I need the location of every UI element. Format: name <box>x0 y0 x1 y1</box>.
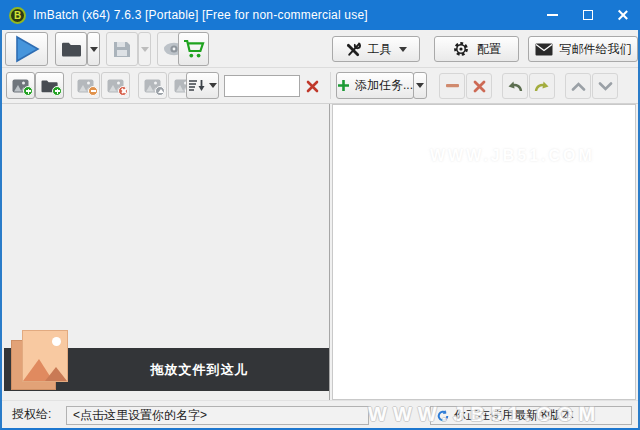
add-task-label: 添加任务... <box>355 77 413 94</box>
chevron-down-icon <box>399 47 407 52</box>
move-task-down-button[interactable] <box>592 73 618 99</box>
tools-button[interactable]: 工具 <box>332 36 420 62</box>
licensed-to-label: 授权给: <box>12 406 51 423</box>
move-image-up-button[interactable] <box>138 72 167 99</box>
search-input[interactable] <box>224 75 300 97</box>
main-toolbar: 工具 配置 写邮件给我们 <box>2 30 638 68</box>
app-window: B ImBatch (x64) 7.6.3 [Portable] [Free f… <box>0 0 640 430</box>
mountains-icon <box>23 355 67 381</box>
open-files-button[interactable] <box>55 32 87 66</box>
remove-all-tasks-button[interactable] <box>466 73 492 99</box>
up-badge-icon <box>155 86 165 96</box>
email-us-label: 写邮件给我们 <box>560 41 632 58</box>
app-logo-icon: B <box>9 7 26 24</box>
open-files-dropdown[interactable] <box>87 32 100 66</box>
plus-badge-icon <box>52 86 62 96</box>
chevron-down-icon <box>598 82 613 91</box>
open-folder-icon <box>61 41 82 57</box>
minimize-icon <box>547 14 558 16</box>
update-status-text: 你正在使用最新的版本 <box>454 407 574 424</box>
chevron-down-icon <box>141 47 149 52</box>
minimize-button[interactable] <box>535 0 570 30</box>
clear-search-button[interactable] <box>300 75 324 97</box>
toolbar-divider <box>330 72 331 99</box>
add-folder-icon <box>41 79 58 93</box>
image-up-icon <box>144 79 161 93</box>
plus-icon <box>337 79 350 92</box>
gear-icon <box>452 40 470 58</box>
remove-task-button[interactable] <box>439 73 465 99</box>
sun-icon <box>52 337 61 346</box>
update-status-field[interactable]: 你正在使用最新的版本 <box>430 406 632 425</box>
clear-x-icon <box>306 80 319 93</box>
drop-files-hint: 拖放文件到这儿 <box>151 361 249 379</box>
minus-icon <box>446 84 459 88</box>
window-controls <box>535 0 640 30</box>
email-us-button[interactable]: 写邮件给我们 <box>528 36 638 62</box>
config-label: 配置 <box>477 41 501 58</box>
license-name-field[interactable]: <点击这里设置你的名字> <box>66 406 369 425</box>
add-folder-button[interactable] <box>35 72 64 99</box>
chevron-down-icon <box>90 47 98 52</box>
run-tasks-button[interactable] <box>5 32 48 66</box>
envelope-icon <box>535 43 553 56</box>
close-icon <box>617 9 629 21</box>
license-name-value: <点击这里设置你的名字> <box>73 407 207 424</box>
remove-image-icon <box>77 79 94 93</box>
remove-image-button[interactable] <box>71 72 100 99</box>
chevron-up-icon <box>571 82 586 91</box>
window-title: ImBatch (x64) 7.6.3 [Portable] [Free for… <box>33 8 368 22</box>
maximize-icon <box>583 10 593 20</box>
save-icon <box>113 40 131 58</box>
save-button[interactable] <box>106 32 138 66</box>
redo-arrow-icon <box>533 80 551 93</box>
cross-badge-icon <box>118 86 128 96</box>
add-task-button[interactable]: 添加任务... <box>336 72 414 99</box>
chevron-down-icon <box>416 83 424 88</box>
main-content: 拖放文件到这儿 <box>2 104 638 400</box>
play-icon <box>14 35 40 63</box>
photo-placeholder-icon <box>10 330 74 392</box>
plus-badge-icon <box>23 86 33 96</box>
chevron-down-icon <box>209 83 217 88</box>
close-button[interactable] <box>605 0 640 30</box>
config-button[interactable]: 配置 <box>434 36 519 62</box>
remove-all-images-button[interactable] <box>101 72 130 99</box>
save-dropdown[interactable] <box>138 32 151 66</box>
move-task-up-button[interactable] <box>565 73 591 99</box>
buy-button[interactable] <box>178 32 209 66</box>
add-task-dropdown[interactable] <box>413 72 427 99</box>
remove-all-icon <box>107 79 124 93</box>
redo-button[interactable] <box>529 73 555 99</box>
x-icon <box>473 80 486 93</box>
shopping-cart-icon <box>183 39 205 59</box>
refresh-icon <box>437 410 449 422</box>
tools-icon <box>346 42 361 57</box>
secondary-toolbar: 添加任务... <box>2 68 638 104</box>
photo-card-front <box>22 330 68 382</box>
add-image-icon <box>12 79 29 93</box>
undo-arrow-icon <box>506 80 524 93</box>
undo-button[interactable] <box>502 73 528 99</box>
sort-button[interactable] <box>186 72 219 99</box>
task-list-panel[interactable] <box>332 104 636 400</box>
add-images-button[interactable] <box>6 72 35 99</box>
image-list-panel[interactable]: 拖放文件到这儿 <box>4 104 329 400</box>
status-bar: 授权给: <点击这里设置你的名字> 你正在使用最新的版本 <box>2 400 638 428</box>
maximize-button[interactable] <box>570 0 605 30</box>
minus-badge-icon <box>88 86 98 96</box>
sort-icon <box>188 79 206 93</box>
tools-label: 工具 <box>368 41 392 58</box>
title-bar: B ImBatch (x64) 7.6.3 [Portable] [Free f… <box>0 0 640 30</box>
